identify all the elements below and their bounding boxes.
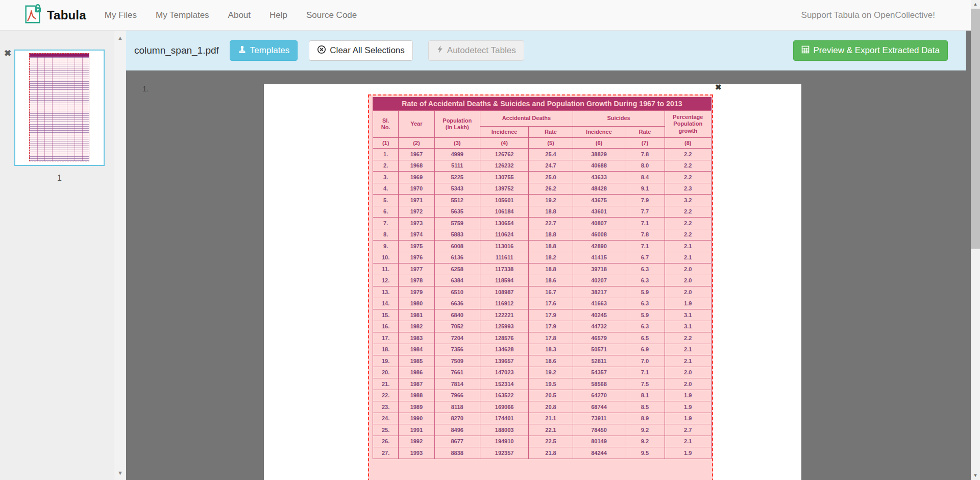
templates-button-label: Templates (250, 45, 289, 56)
document-filename: column_span_1.pdf (134, 45, 219, 56)
lightning-bolt-icon (436, 45, 444, 56)
preview-export-button[interactable]: Preview & Export Extracted Data (793, 40, 948, 61)
document-toolbar: column_span_1.pdf Templates Clear All Se… (126, 31, 966, 70)
autodetect-button-label: Autodetect Tables (447, 45, 516, 56)
toolbar-gap (966, 31, 971, 70)
pdf-page[interactable]: Rate of Accidental Deaths & Suicides and… (264, 84, 801, 480)
tabula-brand[interactable]: Tabula (22, 4, 86, 27)
thumbnail-page-number: 1 (14, 174, 105, 183)
nav-link-my-templates[interactable]: My Templates (156, 10, 209, 20)
thumbnail-table-preview (29, 53, 89, 161)
tabula-logo-icon (22, 4, 42, 27)
pdf-canvas-area: 1. Rate of Accidental Deaths & Suicides … (126, 70, 971, 480)
sidebar-scroll-up-icon[interactable]: ▲ (114, 35, 126, 41)
clear-button-label: Clear All Selections (330, 45, 404, 56)
window-scrollbar-thumb[interactable] (971, 9, 980, 249)
autodetect-tables-button[interactable]: Autodetect Tables (428, 40, 524, 61)
main-nav: My FilesMy TemplatesAboutHelpSource Code (105, 10, 357, 20)
page-thumbnail[interactable] (14, 50, 105, 166)
sidebar-scroll-down-icon[interactable]: ▼ (114, 470, 126, 476)
thumbnail-table-title-bar (30, 54, 89, 57)
templates-button[interactable]: Templates (230, 40, 298, 61)
tabula-app: Tabula My FilesMy TemplatesAboutHelpSour… (0, 0, 980, 480)
nav-link-about[interactable]: About (228, 10, 251, 20)
window-scroll-down-icon[interactable]: ▼ (971, 471, 980, 480)
window-scroll-up-icon[interactable]: ▲ (971, 0, 980, 9)
stamp-icon (238, 45, 247, 56)
nav-link-help[interactable]: Help (270, 10, 287, 20)
spreadsheet-icon (801, 45, 810, 56)
clear-all-selections-button[interactable]: Clear All Selections (309, 40, 412, 61)
nav-link-my-files[interactable]: My Files (105, 10, 137, 20)
brand-name: Tabula (47, 8, 86, 22)
sidebar-scrollbar[interactable]: ▲ ▼ (114, 31, 126, 480)
page-number-marker: 1. (142, 84, 149, 93)
page-thumbnail-sidebar: ✖ 1 (0, 31, 114, 480)
window-scrollbar[interactable]: ▲ ▼ (971, 0, 980, 480)
nav-link-source-code[interactable]: Source Code (306, 10, 357, 20)
support-link[interactable]: Support Tabula on OpenCollective! (801, 10, 935, 20)
top-navbar: Tabula My FilesMy TemplatesAboutHelpSour… (0, 0, 971, 31)
selection-close-icon[interactable]: ✖ (715, 83, 722, 91)
circle-x-icon (317, 45, 326, 57)
export-button-label: Preview & Export Extracted Data (813, 45, 940, 56)
close-file-icon[interactable]: ✖ (4, 49, 11, 58)
table-selection-overlay[interactable] (368, 94, 713, 480)
